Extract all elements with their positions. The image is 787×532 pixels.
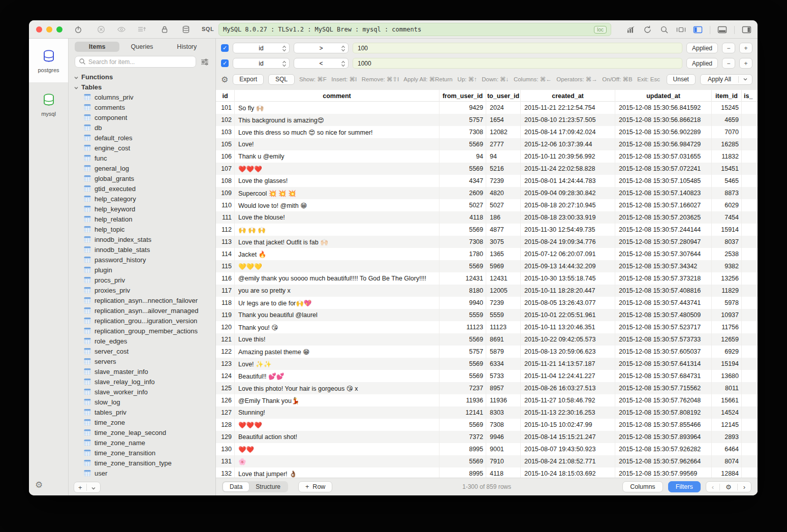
sql-button[interactable]: SQL	[268, 74, 295, 85]
tab-history[interactable]: History	[165, 42, 209, 52]
cell-to-user-id[interactable]: 5559	[486, 309, 521, 321]
sidebar-table-item[interactable]: innodb_index_stats	[69, 234, 215, 244]
cell-from-user-id[interactable]: 8995	[439, 443, 486, 455]
cell-created-at[interactable]: 2015-10-22 09:42:05.573	[521, 333, 615, 346]
cell-updated-at[interactable]: 2015-12-08 15:30:57.605037	[615, 346, 712, 358]
sidebar-table-item[interactable]: engine_cost	[69, 143, 215, 153]
table-row[interactable]: 108Love the glasses!434772392015-08-01 1…	[216, 175, 758, 187]
add-item-menu-button[interactable]	[87, 485, 100, 490]
cell-from-user-id[interactable]: 5569	[439, 163, 486, 175]
cell-is[interactable]	[742, 175, 758, 187]
cell-item-id[interactable]: 15661	[712, 394, 742, 406]
cell-updated-at[interactable]: 2015-12-08 15:30:57.573733	[615, 333, 712, 346]
filter-enabled-checkbox[interactable]: ✓	[221, 44, 229, 52]
cell-to-user-id[interactable]: 5879	[486, 346, 521, 358]
cell-created-at[interactable]: 2015-08-13 20:59:06.623	[521, 346, 615, 358]
cell-from-user-id[interactable]: 4347	[439, 175, 486, 187]
cell-created-at[interactable]: 2015-09-13 14:44:32.209	[521, 260, 615, 272]
cell-to-user-id[interactable]: 2777	[486, 138, 521, 150]
cell-is[interactable]	[742, 419, 758, 431]
cell-from-user-id[interactable]: 5569	[439, 358, 486, 370]
cell-created-at[interactable]: 2015-08-01 14:24:44.783	[521, 175, 615, 187]
cell-from-user-id[interactable]: 7372	[439, 431, 486, 443]
cell-from-user-id[interactable]: 9429	[439, 102, 486, 114]
add-filter-button[interactable]: +	[739, 43, 752, 53]
cell-created-at[interactable]: 2015-10-15 10:02:47.99	[521, 419, 615, 431]
table-row[interactable]: 121Love this!556986912015-10-22 09:42:05…	[216, 333, 758, 346]
cell-is[interactable]	[742, 114, 758, 126]
cell-is[interactable]	[742, 333, 758, 346]
cell-to-user-id[interactable]: 12005	[486, 285, 521, 297]
cell-item-id[interactable]: 9382	[712, 260, 742, 272]
cell-comment[interactable]: Amazing pastel theme 😁	[235, 346, 439, 358]
cell-item-id[interactable]: 8873	[712, 187, 742, 199]
filters-button[interactable]: Filters	[668, 481, 701, 492]
cell-is[interactable]	[742, 370, 758, 382]
sidebar-table-item[interactable]: time_zone_name	[69, 437, 215, 448]
cell-item-id[interactable]: 4659	[712, 114, 742, 126]
cell-from-user-id[interactable]: 9940	[439, 297, 486, 309]
cell-id[interactable]: 127	[216, 406, 235, 419]
cell-item-id[interactable]: 6029	[712, 199, 742, 211]
disconnect-icon[interactable]	[97, 25, 106, 34]
cell-from-user-id[interactable]: 7308	[439, 236, 486, 248]
filter-settings-gear-icon[interactable]: ⚙	[221, 75, 228, 84]
cell-is[interactable]	[742, 199, 758, 211]
cell-item-id[interactable]: 12884	[712, 467, 742, 478]
cell-id[interactable]: 116	[216, 272, 235, 285]
cell-created-at[interactable]: 2015-10-30 13:55:18.745	[521, 272, 615, 285]
cell-comment[interactable]: @emily thank you soooo much beautiful!!!…	[235, 272, 439, 285]
cell-updated-at[interactable]: 2015-12-08 15:30:57.684731	[615, 370, 712, 382]
cell-is[interactable]	[742, 150, 758, 163]
cell-id[interactable]: 120	[216, 321, 235, 333]
cell-id[interactable]: 102	[216, 114, 235, 126]
cell-comment[interactable]: you are so pretty x	[235, 285, 439, 297]
sidebar-table-item[interactable]: func	[69, 153, 215, 163]
previous-page-button[interactable]: ‹	[706, 483, 719, 491]
cell-id[interactable]: 129	[216, 431, 235, 443]
cell-item-id[interactable]: 13680	[712, 370, 742, 382]
table-row[interactable]: 111Love the blouse!41181862015-08-18 23:…	[216, 211, 758, 224]
cell-from-user-id[interactable]: 8995	[439, 467, 486, 478]
cell-is[interactable]	[742, 126, 758, 138]
cell-comment[interactable]: Love this!	[235, 333, 439, 346]
table-row[interactable]: 110Would love to! @mith 😁502750272015-08…	[216, 199, 758, 211]
cell-from-user-id[interactable]: 7308	[439, 126, 486, 138]
search-input[interactable]	[75, 56, 196, 68]
tree-group-tables[interactable]: Tables	[69, 82, 215, 92]
cell-comment[interactable]: Love that jacket! Outfit is fab 🙌🏻	[235, 236, 439, 248]
cell-item-id[interactable]: 10937	[712, 309, 742, 321]
lock-icon[interactable]	[160, 25, 169, 34]
cell-updated-at[interactable]: 2015-12-08 15:30:57.031655	[615, 150, 712, 163]
apply-all-menu-button[interactable]	[739, 77, 752, 82]
sidebar-table-item[interactable]: user	[69, 468, 215, 478]
sidebar-table-item[interactable]: replication_asyn...nnection_failover	[69, 295, 215, 305]
cell-updated-at[interactable]: 2015-12-08 15:30:56.841592	[615, 102, 712, 114]
cell-is[interactable]	[742, 138, 758, 150]
sidebar-table-item[interactable]: global_grants	[69, 173, 215, 183]
cell-created-at[interactable]: 2015-12-06 10:37:39.44	[521, 138, 615, 150]
cell-item-id[interactable]: 6929	[712, 346, 742, 358]
column-header-id[interactable]: id	[216, 90, 235, 102]
sidebar-table-item[interactable]: time_zone_leap_second	[69, 427, 215, 437]
cell-comment[interactable]: Thank u @emily	[235, 150, 439, 163]
cell-updated-at[interactable]: 2015-12-08 15:30:57.893964	[615, 431, 712, 443]
cell-from-user-id[interactable]: 2609	[439, 187, 486, 199]
cell-id[interactable]: 106	[216, 150, 235, 163]
cell-from-user-id[interactable]: 4118	[439, 211, 486, 224]
cell-to-user-id[interactable]: 94	[486, 150, 521, 163]
cell-created-at[interactable]: 2015-10-11 13:20:46.351	[521, 321, 615, 333]
cell-updated-at[interactable]: 2015-12-08 15:30:57.307644	[615, 248, 712, 260]
cell-item-id[interactable]: 11756	[712, 321, 742, 333]
cell-is[interactable]	[742, 163, 758, 175]
column-header-created_at[interactable]: created_at	[521, 90, 615, 102]
commit-list-icon[interactable]	[137, 25, 146, 34]
cell-item-id[interactable]: 11829	[712, 285, 742, 297]
add-filter-button[interactable]: +	[739, 58, 752, 69]
sidebar-table-item[interactable]: general_log	[69, 163, 215, 173]
cell-id[interactable]: 110	[216, 199, 235, 211]
sidebar-table-item[interactable]: server_cost	[69, 346, 215, 356]
cell-is[interactable]	[742, 211, 758, 224]
cell-comment[interactable]: ❤️❤️	[235, 443, 439, 455]
cell-to-user-id[interactable]: 11936	[486, 394, 521, 406]
